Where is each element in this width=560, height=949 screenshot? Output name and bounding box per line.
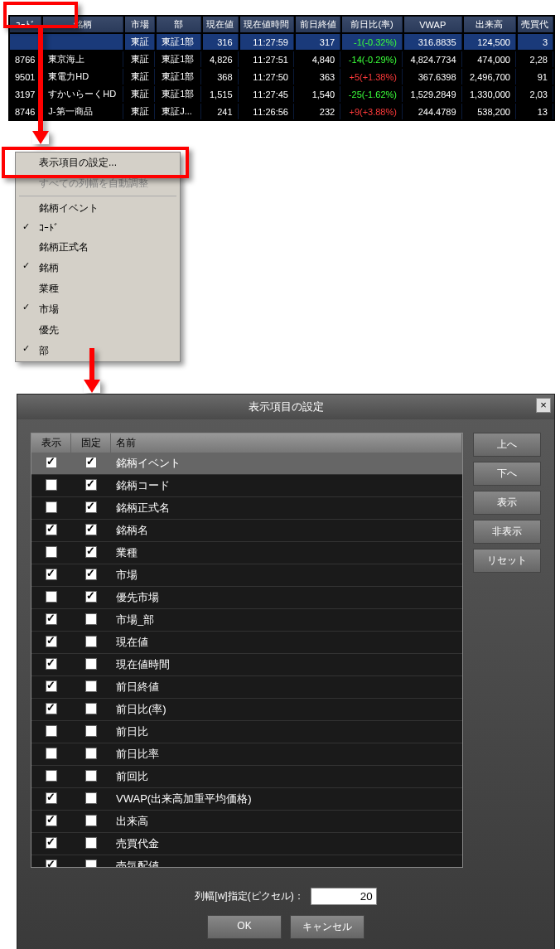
fix-checkbox[interactable]: [85, 792, 97, 804]
fix-checkbox[interactable]: [85, 748, 97, 759]
col-header[interactable]: 部: [157, 17, 200, 32]
column-row[interactable]: 銘柄名: [31, 520, 462, 542]
stock-row[interactable]: 8766東京海上東証東証1部4,82611:27:514,840-14(-0.2…: [10, 51, 553, 67]
show-checkbox[interactable]: [46, 613, 57, 625]
header-show[interactable]: 表示: [31, 433, 71, 453]
stock-row[interactable]: 3197すかいらーくHD東証東証1部1,51511:27:451,540-25(…: [10, 86, 553, 102]
fix-checkbox[interactable]: [85, 457, 97, 468]
hide-button[interactable]: 非表示: [473, 520, 541, 544]
column-name: 銘柄正式名: [111, 497, 462, 519]
show-checkbox[interactable]: [46, 680, 57, 692]
menu-item[interactable]: 優先: [16, 320, 180, 341]
show-checkbox[interactable]: [46, 703, 57, 714]
close-icon[interactable]: ×: [536, 398, 551, 413]
fix-checkbox[interactable]: [85, 479, 97, 491]
column-row[interactable]: 前日終値: [31, 676, 462, 699]
column-row[interactable]: 売気配値: [31, 855, 462, 867]
fix-checkbox[interactable]: [85, 680, 97, 692]
fix-checkbox[interactable]: [85, 524, 97, 535]
menu-item[interactable]: 市場: [16, 299, 180, 320]
fix-checkbox[interactable]: [85, 569, 97, 580]
column-row[interactable]: 現在値: [31, 632, 462, 654]
column-row[interactable]: 前回比: [31, 766, 462, 788]
fix-checkbox[interactable]: [85, 815, 97, 826]
fix-checkbox[interactable]: [85, 703, 97, 714]
show-checkbox[interactable]: [46, 591, 57, 603]
show-checkbox[interactable]: [46, 479, 57, 491]
menu-item[interactable]: 銘柄正式名: [16, 237, 180, 258]
column-row[interactable]: 銘柄正式名: [31, 497, 462, 520]
show-checkbox[interactable]: [46, 815, 57, 826]
reset-button[interactable]: リセット: [473, 549, 541, 573]
show-checkbox[interactable]: [46, 748, 57, 759]
fix-checkbox[interactable]: [85, 770, 97, 782]
column-row[interactable]: 前日比(率): [31, 699, 462, 721]
fix-checkbox[interactable]: [85, 859, 97, 868]
column-row[interactable]: 市場_部: [31, 609, 462, 632]
menu-item[interactable]: ｺｰﾄﾞ: [16, 219, 180, 237]
col-header[interactable]: 売買代: [518, 17, 553, 32]
up-button[interactable]: 上へ: [473, 433, 541, 457]
context-menu[interactable]: 表示項目の設定... すべての列幅を自動調整 銘柄イベントｺｰﾄﾞ銘柄正式名銘柄…: [15, 152, 181, 362]
stock-row[interactable]: 8746J-第一商品東証東証J...24111:26:56232+9(+3.88…: [10, 104, 553, 119]
fix-checkbox[interactable]: [85, 546, 97, 558]
col-header[interactable]: 前日比(率): [342, 17, 403, 32]
menu-item[interactable]: 銘柄: [16, 258, 180, 278]
show-checkbox[interactable]: [46, 859, 57, 868]
column-name: 前回比: [111, 766, 462, 787]
show-checkbox[interactable]: [46, 524, 57, 535]
column-row[interactable]: 銘柄コード: [31, 475, 462, 497]
show-checkbox[interactable]: [46, 546, 57, 558]
show-checkbox[interactable]: [46, 725, 57, 737]
column-row[interactable]: 前日比: [31, 721, 462, 743]
column-name: 優先市場: [111, 587, 462, 608]
column-row[interactable]: VWAP(出来高加重平均価格): [31, 788, 462, 811]
fix-checkbox[interactable]: [85, 725, 97, 737]
col-header[interactable]: 出来高: [464, 17, 516, 32]
stock-row[interactable]: 東証東証1部31611:27:59317-1(-0.32%)316.883512…: [10, 34, 553, 50]
ok-button[interactable]: OK: [207, 915, 282, 939]
header-fix[interactable]: 固定: [71, 433, 111, 453]
show-checkbox[interactable]: [46, 792, 57, 804]
menu-item[interactable]: 部: [16, 341, 180, 361]
column-name: 売買代金: [111, 833, 462, 855]
header-name[interactable]: 名前: [111, 433, 462, 453]
column-name: 銘柄コード: [111, 475, 462, 496]
columns-list[interactable]: 銘柄イベント銘柄コード銘柄正式名銘柄名業種市場優先市場市場_部現在値現在値時間前…: [31, 453, 462, 867]
show-button[interactable]: 表示: [473, 491, 541, 515]
fix-checkbox[interactable]: [85, 591, 97, 603]
col-header[interactable]: VWAP: [404, 17, 462, 32]
show-checkbox[interactable]: [46, 658, 57, 670]
col-header[interactable]: 前日終値: [296, 17, 340, 32]
column-name: 業種: [111, 542, 462, 564]
stock-grid[interactable]: ｺｰﾄﾞ銘柄市場部現在値現在値時間前日終値前日比(率)VWAP出来高売買代 東証…: [8, 15, 555, 121]
menu-item[interactable]: 業種: [16, 278, 180, 299]
fix-checkbox[interactable]: [85, 613, 97, 625]
column-row[interactable]: 現在値時間: [31, 654, 462, 676]
down-button[interactable]: 下へ: [473, 462, 541, 486]
column-row[interactable]: 優先市場: [31, 587, 462, 609]
show-checkbox[interactable]: [46, 457, 57, 468]
column-row[interactable]: 前日比率: [31, 743, 462, 766]
show-checkbox[interactable]: [46, 770, 57, 782]
column-row[interactable]: 銘柄イベント: [31, 453, 462, 475]
show-checkbox[interactable]: [46, 501, 57, 513]
show-checkbox[interactable]: [46, 569, 57, 580]
cancel-button[interactable]: キャンセル: [290, 915, 364, 939]
column-row[interactable]: 売買代金: [31, 833, 462, 855]
fix-checkbox[interactable]: [85, 658, 97, 670]
stock-row[interactable]: 9501東電力HD東証東証1部36811:27:50363+5(+1.38%)3…: [10, 69, 553, 85]
fix-checkbox[interactable]: [85, 636, 97, 647]
width-input[interactable]: [311, 888, 377, 905]
show-checkbox[interactable]: [46, 636, 57, 647]
col-header[interactable]: 現在値時間: [240, 17, 294, 32]
fix-checkbox[interactable]: [85, 501, 97, 513]
show-checkbox[interactable]: [46, 837, 57, 849]
col-header[interactable]: 市場: [125, 17, 155, 32]
column-row[interactable]: 市場: [31, 564, 462, 587]
menu-item[interactable]: 銘柄イベント: [16, 198, 180, 219]
column-row[interactable]: 出来高: [31, 811, 462, 833]
column-row[interactable]: 業種: [31, 542, 462, 564]
fix-checkbox[interactable]: [85, 837, 97, 849]
col-header[interactable]: 現在値: [203, 17, 239, 32]
